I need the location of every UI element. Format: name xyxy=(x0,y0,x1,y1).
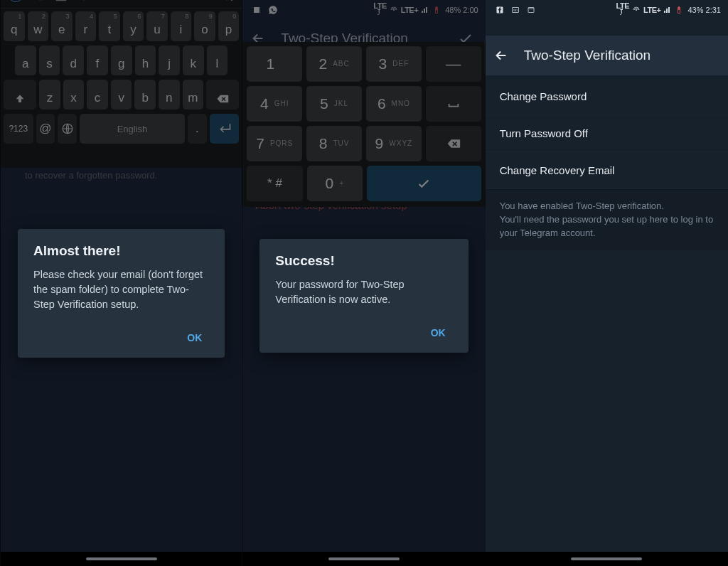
space-icon xyxy=(446,96,461,112)
key-space[interactable]: English xyxy=(80,114,185,144)
arrow-left-icon xyxy=(493,48,509,63)
key-k[interactable]: k xyxy=(183,46,204,75)
info-text: You have enabled Two-Step verification. … xyxy=(486,189,728,250)
dialog-body: Your password for Two-Step Verification … xyxy=(275,277,452,307)
key-9[interactable]: 9WXYZ xyxy=(366,126,422,161)
key-5[interactable]: 5JKL xyxy=(306,86,362,122)
key-star-hash[interactable]: * # xyxy=(247,166,302,201)
translate-icon[interactable] xyxy=(31,0,46,2)
key-v[interactable]: v xyxy=(111,80,132,110)
change-password-item[interactable]: Change Password xyxy=(486,78,728,115)
key-dot[interactable]: . xyxy=(188,114,207,144)
keyboard-toolbar: G ⋯ xyxy=(1,0,242,9)
battery-icon xyxy=(432,6,441,14)
signal-icon xyxy=(663,6,672,14)
globe-icon xyxy=(61,122,74,135)
numeric-keypad[interactable]: 1 2ABC 3DEF — 4GHI 5JKL 6MNO 7PQRS 8TUV … xyxy=(242,42,485,207)
volte-icon xyxy=(619,9,627,17)
key-o[interactable]: o9 xyxy=(194,11,215,41)
system-navbar[interactable] xyxy=(1,552,242,566)
almost-there-dialog: Almost there! Please check your email (d… xyxy=(18,229,225,358)
key-p[interactable]: p0 xyxy=(218,11,240,41)
svg-text:GD: GD xyxy=(513,9,518,12)
clock-time: 2:31 xyxy=(706,6,721,14)
system-navbar[interactable] xyxy=(486,552,728,566)
mic-off-icon[interactable] xyxy=(219,0,235,2)
key-backspace[interactable] xyxy=(206,80,239,110)
key-q[interactable]: q1 xyxy=(4,11,25,41)
key-symbols[interactable]: ?123 xyxy=(4,114,33,144)
battery-percent: 43% xyxy=(687,6,703,14)
window-icon xyxy=(527,6,535,14)
battery-percent: 48% xyxy=(445,6,461,14)
dialog-ok-button[interactable]: OK xyxy=(180,325,209,351)
key-dash[interactable]: — xyxy=(426,46,481,82)
key-w[interactable]: w2 xyxy=(28,11,49,41)
key-m[interactable]: m xyxy=(183,80,204,110)
key-s[interactable]: s xyxy=(39,46,60,75)
key-u[interactable]: u7 xyxy=(146,11,168,41)
nav-pill-icon xyxy=(328,557,400,560)
app-header: Two-Step Verification xyxy=(486,36,728,75)
palette-icon[interactable] xyxy=(76,0,92,2)
dialog-title: Success! xyxy=(275,253,452,269)
key-x[interactable]: x xyxy=(63,80,85,110)
battery-icon xyxy=(675,6,683,14)
image-icon xyxy=(252,6,261,14)
key-2[interactable]: 2ABC xyxy=(306,46,362,82)
key-shift[interactable] xyxy=(4,80,36,110)
key-a[interactable]: a xyxy=(15,46,36,75)
shift-icon xyxy=(14,94,26,105)
backspace-icon xyxy=(446,137,461,151)
key-f[interactable]: f xyxy=(87,46,108,75)
hotspot-icon xyxy=(390,6,398,14)
svg-point-7 xyxy=(636,9,637,11)
key-globe[interactable] xyxy=(58,114,77,144)
key-z[interactable]: z xyxy=(39,80,60,110)
key-enter[interactable] xyxy=(367,166,481,201)
key-0[interactable]: 0+ xyxy=(307,166,363,201)
key-e[interactable]: e3 xyxy=(51,11,73,41)
key-8[interactable]: 8TUV xyxy=(306,126,362,161)
key-j[interactable]: j xyxy=(159,46,180,75)
dialog-ok-button[interactable]: OK xyxy=(424,320,453,346)
key-backspace[interactable] xyxy=(426,126,481,161)
clock-time: 2:00 xyxy=(463,6,478,14)
system-navbar[interactable] xyxy=(242,552,485,566)
key-y[interactable]: y6 xyxy=(123,11,144,41)
key-l[interactable]: l xyxy=(207,46,228,75)
back-button[interactable] xyxy=(491,46,511,65)
clipboard-icon[interactable] xyxy=(53,0,69,2)
google-icon[interactable]: G xyxy=(8,0,23,2)
success-dialog: Success! Your password for Two-Step Veri… xyxy=(259,239,468,353)
turn-password-off-item[interactable]: Turn Password Off xyxy=(486,115,728,152)
more-icon[interactable]: ⋯ xyxy=(122,0,137,2)
whatsapp-icon xyxy=(268,5,278,15)
text-cursor-icon[interactable] xyxy=(99,0,114,2)
key-1[interactable]: 1 xyxy=(247,46,302,82)
key-6[interactable]: 6MNO xyxy=(366,86,422,122)
key-7[interactable]: 7PQRS xyxy=(247,126,302,161)
key-h[interactable]: h xyxy=(135,46,156,75)
status-bar: LTE LTE+ 48% 2:00 xyxy=(242,0,485,18)
nav-pill-icon xyxy=(571,557,642,560)
key-g[interactable]: g xyxy=(111,46,132,75)
key-c[interactable]: c xyxy=(87,80,108,110)
key-3[interactable]: 3DEF xyxy=(366,46,422,82)
soft-keyboard[interactable]: G ⋯ q1w2e3r4t5y6u7i8o9p0 asdfghjkl zxcvb… xyxy=(1,0,242,168)
key-enter[interactable] xyxy=(210,114,240,144)
volte-icon xyxy=(376,9,385,17)
key-4[interactable]: 4GHI xyxy=(247,86,302,122)
svg-point-2 xyxy=(393,9,395,11)
check-icon xyxy=(416,176,432,191)
key-at[interactable]: @ xyxy=(36,114,55,144)
backspace-icon xyxy=(216,92,229,105)
key-r[interactable]: r4 xyxy=(75,11,97,41)
key-b[interactable]: b xyxy=(134,80,156,110)
key-n[interactable]: n xyxy=(159,80,180,110)
key-t[interactable]: t5 xyxy=(99,11,120,41)
key-d[interactable]: d xyxy=(63,46,84,75)
key-i[interactable]: i8 xyxy=(171,11,192,41)
key-underscore[interactable] xyxy=(426,86,481,122)
change-recovery-email-item[interactable]: Change Recovery Email xyxy=(486,152,728,189)
